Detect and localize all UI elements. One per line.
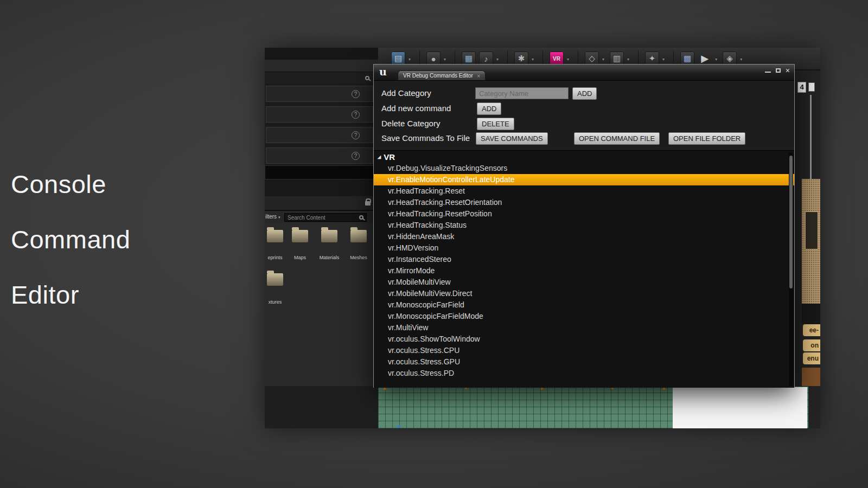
command-list-item[interactable]: vr.MultiView (374, 322, 794, 333)
gizmo-dot (663, 388, 665, 390)
folder-icon[interactable] (267, 273, 283, 286)
open-command-file-button[interactable]: OPEN COMMAND FILE (574, 132, 660, 145)
add-command-button[interactable]: ADD (477, 102, 501, 115)
command-list-item[interactable]: vr.MobileMultiView (374, 277, 794, 288)
command-list-item[interactable]: vr.oculus.Stress.GPU (374, 356, 794, 368)
help-icon[interactable]: ? (352, 90, 360, 98)
open-file-folder-button[interactable]: OPEN FILE FOLDER (668, 132, 745, 145)
save-commands-button[interactable]: SAVE COMMANDS (476, 132, 548, 145)
tab-vr-debug-commands-editor[interactable]: VR Debug Commands Editor × (398, 70, 486, 80)
command-list-item[interactable]: vr.Debug.VisualizeTrackingSensors (374, 163, 794, 174)
command-list-item[interactable]: vr.oculus.ShowToolWindow (374, 333, 794, 345)
expand-triangle-icon[interactable]: ◢ (378, 155, 381, 159)
command-list: ◢ VR vr.Debug.VisualizeTrackingSensors v… (374, 150, 794, 388)
chevron-down-icon[interactable]: ▾ (409, 57, 411, 62)
right-scrollbar[interactable] (810, 95, 812, 179)
chevron-down-icon[interactable]: ▾ (532, 57, 534, 62)
search-icon (365, 76, 369, 80)
gizmo-dot (384, 388, 386, 390)
form-row-add-category: Add Category ADD (374, 87, 794, 100)
gizmo-dot (541, 388, 543, 390)
folder-icon[interactable] (350, 230, 367, 242)
close-icon[interactable]: × (786, 68, 790, 74)
details-rows: ? ? ? ? (265, 84, 378, 165)
command-list-item[interactable]: vr.MonoscopicFarFieldMode (374, 311, 794, 322)
form-row-save: Save Commnads To File SAVE COMMANDS OPEN… (374, 132, 794, 145)
chevron-down-icon[interactable]: ▾ (662, 57, 665, 62)
vr-menu-dark-block (805, 211, 818, 249)
minimize-icon[interactable] (765, 68, 771, 73)
chevron-down-icon[interactable]: ▾ (567, 57, 569, 62)
page-icon[interactable] (808, 82, 815, 92)
vr-debug-commands-editor-window: u VR Debug Commands Editor × × Add Categ… (373, 64, 795, 388)
detail-row[interactable]: ? (266, 147, 373, 164)
chevron-down-icon[interactable]: ▾ (740, 57, 742, 62)
right-edge-strip: 4 ee- on enu (795, 70, 820, 428)
help-icon[interactable]: ? (352, 131, 360, 139)
command-list-item-selected[interactable]: vr.EnableMotionControllerLateUpdate (374, 174, 794, 185)
player-start-dot (398, 425, 400, 428)
add-new-command-label: Add new command (381, 104, 451, 113)
command-list-item[interactable]: vr.oculus.Stress.PD (374, 368, 794, 379)
window-titlebar[interactable]: u VR Debug Commands Editor × × (374, 65, 794, 81)
chevron-down-icon[interactable]: ▾ (444, 57, 446, 62)
search-icon (359, 215, 363, 220)
left-panel-subheader (265, 60, 378, 72)
count-badge: 4 (797, 82, 806, 93)
panel-spacer (265, 179, 378, 196)
help-icon[interactable]: ? (352, 152, 360, 160)
command-editor-form: Add Category ADD Add new command ADD Del… (374, 81, 794, 150)
viewport-white-panel (673, 387, 807, 428)
command-list-item[interactable]: vr.MobileMultiView.Direct (374, 288, 794, 299)
add-category-button[interactable]: ADD (572, 87, 597, 100)
folder-icon[interactable] (321, 230, 337, 242)
content-search-input[interactable] (284, 213, 367, 222)
restore-icon[interactable] (776, 68, 781, 73)
detail-row[interactable]: ? (266, 86, 373, 102)
command-list-item[interactable]: vr.HeadTracking.ResetOrientation (374, 197, 794, 208)
window-controls: × (765, 68, 790, 74)
content-browser-toolbar: ilters ▾ (265, 210, 378, 223)
chevron-down-icon[interactable]: ▾ (602, 57, 604, 62)
command-list-item[interactable]: vr.oculus.Stress.CPU (374, 345, 794, 356)
delete-category-button[interactable]: DELETE (477, 118, 514, 130)
left-panel: ? ? ? ? ilters ▾ (265, 48, 378, 428)
content-browser-header (265, 196, 378, 210)
folder-label-meshes: Meshes (346, 255, 371, 260)
command-list-item[interactable]: vr.HeadTracking.Reset (374, 185, 794, 197)
folder-icon[interactable] (292, 230, 308, 242)
command-list-item[interactable]: vr.MonoscopicFarField (374, 299, 794, 311)
command-list-item[interactable]: vr.HeadTracking.ResetPosition (374, 208, 794, 220)
filters-button[interactable]: ilters ▾ (265, 214, 280, 220)
command-list-item[interactable]: vr.InstancedStereo (374, 254, 794, 265)
command-list-item[interactable]: vr.MirrorMode (374, 265, 794, 277)
folder-label-blueprints: eprints (263, 255, 288, 260)
delete-category-label: Delete Category (381, 119, 440, 128)
list-scrollbar-thumb[interactable] (789, 156, 793, 288)
command-list-item[interactable]: vr.HiddenAreaMask (374, 231, 794, 242)
folder-label-maps: Maps (288, 255, 312, 260)
form-row-delete-category: Delete Category DELETE (374, 118, 794, 131)
lock-icon[interactable] (365, 201, 371, 206)
tab-close-icon[interactable]: × (477, 73, 480, 79)
detail-row[interactable]: ? (266, 106, 373, 123)
category-header-vr[interactable]: ◢ VR (374, 151, 794, 163)
chevron-down-icon[interactable]: ▾ (627, 57, 629, 62)
level-viewport[interactable] (378, 386, 808, 428)
filters-label: ilters (265, 214, 277, 220)
folder-label-textures: xtures (263, 299, 288, 305)
vr-menu-preview-panel (802, 179, 820, 304)
panel-dark-row (265, 165, 378, 179)
vr-menu-label-fragment: ee- (803, 324, 820, 336)
category-name-input[interactable] (475, 87, 569, 99)
list-scrollbar[interactable] (789, 152, 793, 386)
help-icon[interactable]: ? (352, 111, 360, 119)
chevron-down-icon[interactable]: ▾ (715, 57, 717, 62)
chevron-down-icon[interactable]: ▾ (496, 57, 499, 62)
content-browser-assets: eprints Maps Materials Meshes xtures (265, 223, 378, 386)
command-list-item[interactable]: vr.HMDVersion (374, 242, 794, 254)
add-category-label: Add Category (381, 88, 431, 98)
detail-row[interactable]: ? (266, 127, 373, 143)
folder-icon[interactable] (267, 230, 283, 242)
command-list-item[interactable]: vr.HeadTracking.Status (374, 220, 794, 231)
